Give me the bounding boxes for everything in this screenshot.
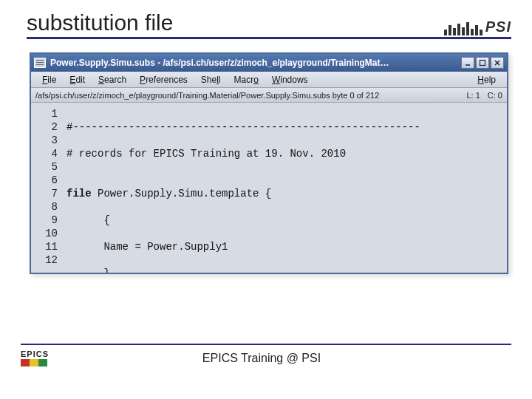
line-number: 11	[31, 240, 58, 253]
line-number: 3	[31, 134, 58, 147]
line-number-gutter: 1 2 3 4 5 6 7 8 9 10 11 12	[31, 103, 62, 273]
line-number: 4	[31, 147, 58, 160]
line-number: 9	[31, 214, 58, 227]
code-line: file Power.Supply.Simu.template {	[66, 187, 507, 200]
statusbar: /afs/psi.ch/user/z/zimoch_e/playground/T…	[31, 88, 507, 103]
code-line: Name = Power.Supply1	[66, 240, 507, 253]
app-icon	[34, 58, 46, 68]
epics-logo-squares	[21, 359, 49, 366]
status-col: C: 0	[488, 91, 502, 100]
status-path: /afs/psi.ch/user/z/zimoch_e/playground/T…	[35, 91, 379, 100]
code-area[interactable]: #---------------------------------------…	[62, 103, 507, 273]
maximize-button[interactable]	[476, 57, 489, 69]
code-line: {	[66, 214, 507, 227]
menu-macro[interactable]: Macro	[228, 75, 265, 85]
menu-windows[interactable]: Windows	[265, 75, 315, 85]
line-number: 6	[31, 174, 58, 187]
footer-text: EPICS Training @ PSI	[49, 352, 474, 365]
line-number: 2	[31, 120, 58, 134]
line-number: 12	[31, 253, 58, 267]
menu-file[interactable]: File	[35, 75, 63, 85]
window-title: Power.Supply.Simu.subs - /afs/psi.ch/use…	[50, 58, 461, 68]
epics-logo-text: EPICS	[21, 349, 49, 358]
slide: substitution file PSI Power.Supply.Simu.…	[0, 0, 532, 399]
window-titlebar[interactable]: Power.Supply.Simu.subs - /afs/psi.ch/use…	[31, 54, 507, 72]
menu-preferences[interactable]: Preferences	[133, 75, 194, 85]
slide-footer: EPICS EPICS Training @ PSI	[21, 344, 511, 366]
code-line: }	[66, 267, 507, 273]
slide-title: substitution file	[27, 10, 173, 35]
menubar: File Edit Search Preferences Shell Macro…	[31, 72, 507, 88]
editor-body: 1 2 3 4 5 6 7 8 9 10 11 12 #------------…	[31, 103, 507, 273]
window-buttons	[461, 57, 504, 69]
menu-edit[interactable]: Edit	[63, 75, 92, 85]
menu-search[interactable]: Search	[92, 75, 133, 85]
psi-logo-bars	[444, 22, 482, 35]
slide-header: substitution file PSI	[27, 10, 511, 39]
psi-logo: PSI	[444, 18, 511, 35]
menu-help[interactable]: Help	[471, 75, 502, 85]
line-number: 8	[31, 200, 58, 214]
line-number: 1	[31, 107, 58, 120]
keyword: file	[66, 188, 92, 200]
editor-window: Power.Supply.Simu.subs - /afs/psi.ch/use…	[30, 52, 508, 274]
status-line: L: 1	[466, 91, 480, 100]
epics-logo: EPICS	[21, 349, 49, 366]
code-line: # records for EPICS Training at 19. Nov.…	[66, 147, 507, 160]
line-number: 5	[31, 160, 58, 174]
minimize-button[interactable]	[461, 57, 474, 69]
close-button[interactable]	[491, 57, 504, 69]
line-number: 10	[31, 227, 58, 240]
menu-shell[interactable]: Shell	[194, 75, 228, 85]
svg-rect-1	[480, 61, 485, 66]
line-number: 7	[31, 187, 58, 200]
psi-logo-text: PSI	[485, 18, 511, 35]
code-line: #---------------------------------------…	[66, 120, 507, 134]
